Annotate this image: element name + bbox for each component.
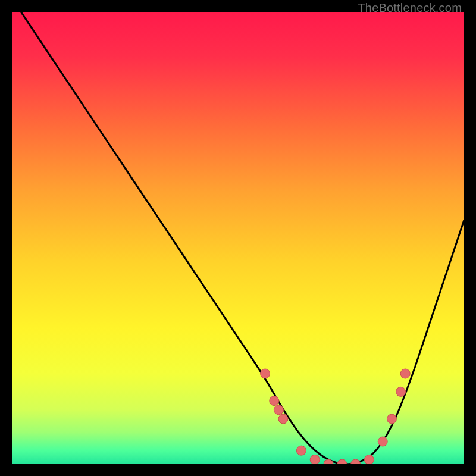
chart-frame [12,12,464,464]
data-dot [378,437,387,446]
data-dot [310,455,320,464]
bottleneck-chart [12,12,464,464]
gradient-background [12,12,464,464]
data-dot [364,455,374,464]
data-dot [278,414,288,424]
data-dot [270,396,279,406]
data-dot [387,414,396,424]
data-dot [296,446,306,455]
data-dot [261,369,270,378]
data-dot [396,387,406,396]
data-dot [400,369,410,378]
data-dot [274,405,283,415]
